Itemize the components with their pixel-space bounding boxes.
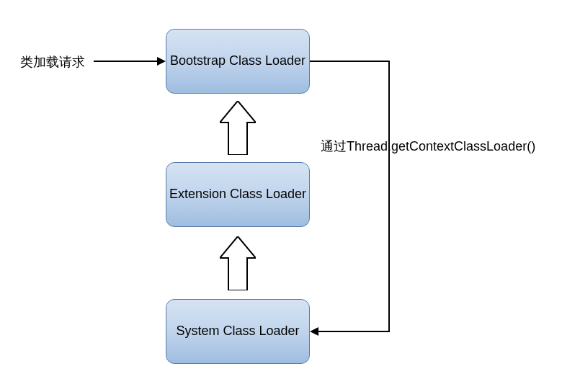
request-label: 类加载请求 [20, 53, 85, 71]
bootstrap-label: Bootstrap Class Loader [170, 53, 305, 69]
svg-marker-1 [157, 57, 166, 66]
system-box: System Class Loader [166, 299, 310, 364]
hollow-arrow-up-2 [220, 236, 256, 290]
hollow-arrow-up-1 [220, 101, 256, 155]
extension-box: Extension Class Loader [166, 162, 310, 227]
svg-marker-2 [220, 101, 256, 155]
svg-marker-4 [310, 327, 318, 336]
system-label: System Class Loader [176, 323, 299, 339]
svg-marker-3 [220, 236, 256, 290]
request-arrow [94, 54, 166, 68]
bootstrap-box: Bootstrap Class Loader [166, 29, 310, 94]
context-connector [310, 58, 403, 339]
extension-label: Extension Class Loader [169, 186, 306, 202]
